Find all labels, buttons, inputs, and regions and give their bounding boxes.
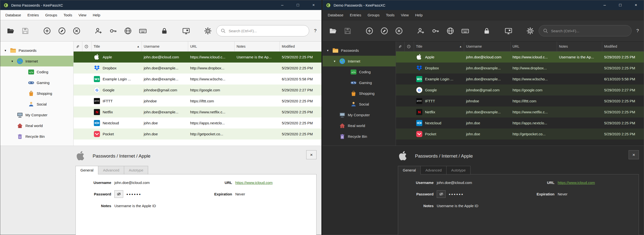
header-modified-column[interactable]: Modified — [280, 42, 322, 51]
sidebar-group-item[interactable]: ▾ Internet — [0, 56, 73, 66]
entry-row[interactable]: Google johndoe@gmail.com https://google.… — [74, 84, 322, 96]
autotype-button[interactable] — [459, 24, 472, 38]
entry-row[interactable]: Example Login ... john.doe@example... ht… — [74, 74, 322, 84]
lock-database-button[interactable] — [158, 24, 171, 38]
open-database-button[interactable] — [326, 24, 340, 38]
autotype-button[interactable] — [136, 24, 149, 38]
menu-groups[interactable]: Groups — [42, 10, 60, 20]
sidebar-group-item[interactable]: Social — [0, 99, 73, 110]
tree-expand-arrow-icon[interactable]: ▾ — [326, 48, 330, 52]
copy-username-button[interactable] — [92, 24, 105, 38]
toggle-password-visibility-button[interactable] — [114, 190, 123, 198]
menu-view[interactable]: View — [398, 10, 412, 20]
maximize-button[interactable]: □ — [290, 0, 306, 10]
edit-entry-button[interactable] — [378, 24, 391, 38]
minimize-button[interactable]: – — [597, 0, 612, 10]
entry-row[interactable]: Google johndoe@gmail.com https://google.… — [396, 84, 644, 96]
tree-expand-arrow-icon[interactable]: ▾ — [332, 59, 337, 63]
preview-tab[interactable]: Autotype — [124, 166, 148, 174]
copy-username-button[interactable] — [414, 24, 427, 38]
edit-entry-button[interactable] — [56, 24, 68, 38]
menu-help[interactable]: Help — [90, 10, 104, 20]
entry-row[interactable]: Dropbox john.doe@example... http://www.d… — [396, 62, 644, 74]
sidebar-group-item[interactable]: Real world — [322, 120, 396, 131]
menu-groups[interactable]: Groups — [364, 10, 383, 20]
url-link[interactable]: https://www.icloud.com — [558, 180, 595, 185]
maximize-button[interactable]: □ — [612, 0, 628, 10]
preview-tab[interactable]: Advanced — [420, 166, 446, 174]
lock-database-button[interactable] — [480, 24, 494, 38]
header-modified-column[interactable]: Modified — [602, 42, 644, 51]
header-expiry-column[interactable] — [82, 42, 92, 51]
copy-password-button[interactable] — [429, 24, 442, 38]
search-box[interactable] — [539, 25, 632, 36]
close-preview-button[interactable]: × — [306, 150, 316, 159]
entry-row[interactable]: Apple john.doe@icloud.com https://www.ic… — [74, 52, 322, 62]
entry-row[interactable]: IFTTT johndoe https://ifttt.com 5/29/202… — [74, 96, 322, 106]
url-link[interactable]: https://www.icloud.com — [235, 180, 273, 185]
entry-row[interactable]: Netflix john.doe@example... https://www.… — [396, 106, 644, 118]
password-generator-button[interactable] — [180, 24, 192, 38]
menu-help[interactable]: Help — [412, 10, 426, 20]
toggle-password-visibility-button[interactable] — [437, 190, 446, 198]
tree-expand-arrow-icon[interactable]: ▾ — [3, 48, 8, 52]
sidebar-group-item[interactable]: Real world — [0, 120, 73, 131]
header-notes-column[interactable]: Notes — [557, 42, 602, 51]
delete-entry-button[interactable] — [393, 24, 406, 38]
sidebar-group-item[interactable]: Social — [322, 99, 396, 110]
sidebar-group-item[interactable]: ▾ Passwords — [322, 45, 396, 56]
header-title-column[interactable]: Title ▲ — [92, 42, 142, 51]
entry-row[interactable]: Nextcloud john.doe https://apps.nextclo.… — [74, 118, 322, 128]
preview-tab[interactable]: General — [398, 166, 420, 174]
sidebar-group-item[interactable]: ▾ Passwords — [0, 45, 73, 56]
close-button[interactable]: × — [628, 0, 644, 10]
entry-row[interactable]: Netflix john.doe@example... https://www.… — [74, 106, 322, 118]
sidebar-group-item[interactable]: Recycle Bin — [0, 131, 73, 142]
sidebar-group-item[interactable]: My Computer — [322, 110, 396, 120]
sidebar-group-item[interactable]: Gaming — [322, 77, 396, 88]
header-expiry-column[interactable] — [405, 42, 414, 51]
preview-tab[interactable]: Autotype — [446, 166, 470, 174]
sidebar-group-item[interactable]: My Computer — [0, 110, 73, 120]
sidebar-group-item[interactable]: ▾ Internet — [322, 56, 396, 66]
header-notes-column[interactable]: Notes — [235, 42, 280, 51]
entry-row[interactable]: Pocket john.doe http://getpocket.co... 5… — [74, 128, 322, 140]
copy-password-button[interactable] — [107, 24, 120, 38]
sidebar-group-item[interactable]: Coding — [0, 66, 73, 77]
minimize-button[interactable]: – — [274, 0, 290, 10]
header-username-column[interactable]: Username — [142, 42, 188, 51]
open-url-button[interactable] — [122, 24, 134, 38]
close-preview-button[interactable]: × — [628, 150, 639, 159]
settings-button[interactable] — [202, 24, 214, 38]
search-box[interactable] — [216, 25, 309, 36]
header-attachment-column[interactable] — [396, 42, 405, 51]
close-button[interactable]: × — [306, 0, 322, 10]
header-url-column[interactable]: URL — [510, 42, 557, 51]
entry-row[interactable]: Dropbox john.doe@example... http://www.d… — [74, 62, 322, 74]
menu-database[interactable]: Database — [2, 10, 24, 20]
header-username-column[interactable]: Username — [464, 42, 510, 51]
search-help-button[interactable]: ? — [636, 28, 640, 34]
open-url-button[interactable] — [444, 24, 457, 38]
settings-button[interactable] — [524, 24, 537, 38]
header-title-column[interactable]: Title ▲ — [414, 42, 464, 51]
entry-row[interactable]: Apple john.doe@icloud.com https://www.ic… — [396, 52, 644, 62]
preview-tab[interactable]: Advanced — [98, 166, 124, 174]
entry-row[interactable]: Pocket john.doe http://getpocket.co... 5… — [396, 128, 644, 140]
search-input[interactable] — [551, 28, 628, 33]
add-entry-button[interactable] — [363, 24, 376, 38]
sidebar-group-item[interactable]: Recycle Bin — [322, 131, 396, 142]
entry-row[interactable]: Nextcloud john.doe https://apps.nextclo.… — [396, 118, 644, 128]
header-url-column[interactable]: URL — [188, 42, 235, 51]
header-attachment-column[interactable] — [74, 42, 82, 51]
menu-entries[interactable]: Entries — [24, 10, 42, 20]
sidebar-group-item[interactable]: Coding — [322, 66, 396, 77]
preview-tab[interactable]: General — [76, 166, 98, 174]
search-help-button[interactable]: ? — [313, 28, 318, 34]
menu-tools[interactable]: Tools — [383, 10, 398, 20]
search-input[interactable] — [228, 28, 305, 33]
sidebar-group-item[interactable]: Gaming — [0, 77, 73, 88]
tree-expand-arrow-icon[interactable]: ▾ — [10, 59, 14, 63]
open-database-button[interactable] — [4, 24, 17, 38]
entry-row[interactable]: IFTTT johndoe https://ifttt.com 5/29/202… — [396, 96, 644, 106]
